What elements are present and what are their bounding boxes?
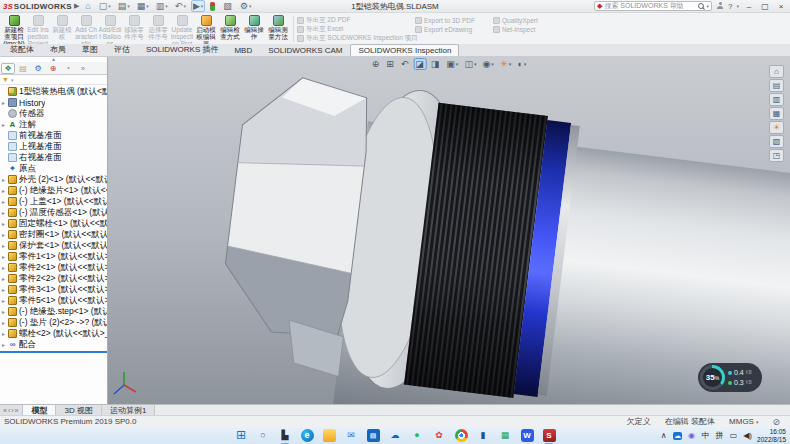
tree-item[interactable]: ▸ ∞ 配合 <box>0 339 107 350</box>
ribbon-button[interactable]: 新建模板 <box>50 14 74 44</box>
search-icon[interactable] <box>698 3 705 10</box>
expand-arrow-icon[interactable]: ▸ <box>1 198 6 205</box>
zoom-fit-icon[interactable]: ⊕ <box>370 58 383 70</box>
export-menu-item[interactable]: 导出至 SOLIDWORKS Inspection 项目 <box>297 34 415 42</box>
command-tab[interactable]: SOLIDWORKS Inspection <box>350 44 459 56</box>
login-person-icon[interactable] <box>716 2 724 10</box>
ribbon-button[interactable]: 移除零件序号 <box>122 14 146 44</box>
mail-icon[interactable]: ✉ <box>344 429 358 443</box>
expand-arrow-icon[interactable]: ▸ <box>1 220 6 227</box>
dropdown-arrow-icon[interactable]: ▾ <box>491 59 494 70</box>
tree-item[interactable]: ▸ 零件2<1> (默认<<默认>_显示状态 <box>0 262 107 273</box>
chrome-icon[interactable] <box>454 429 468 443</box>
expand-arrow-icon[interactable]: ▸ <box>1 308 6 315</box>
command-tab[interactable]: 装配体 <box>2 42 42 56</box>
expand-arrow-icon[interactable]: ▸ <box>1 319 6 326</box>
ribbon-button[interactable]: 选择零件序号 <box>146 14 170 44</box>
rebuild-traffic-icon[interactable] <box>208 1 218 12</box>
tree-item[interactable]: 前视基准面 <box>0 130 107 141</box>
store-icon[interactable]: ▤ <box>366 429 380 443</box>
expand-arrow-icon[interactable]: ▸ <box>1 330 6 337</box>
sheets-app-icon[interactable]: ▦ <box>498 429 512 443</box>
view-tab[interactable]: 模型 <box>23 405 56 415</box>
filter-dropdown-icon[interactable]: ▾ <box>11 77 14 83</box>
view-tab[interactable]: 3D 视图 <box>56 405 101 415</box>
file-explorer-icon[interactable] <box>322 429 336 443</box>
expand-arrow-icon[interactable]: ▸ <box>1 176 6 183</box>
home-icon[interactable]: ⌂ <box>83 0 93 12</box>
search-button[interactable]: ○ <box>256 429 270 443</box>
appearances-scenes-icon[interactable]: ☀ <box>769 121 784 134</box>
edit-appearance-icon[interactable]: ☀ ▾ <box>498 58 514 70</box>
graphics-viewport[interactable]: ⊕ ⊞ ↶ ◪ ◨ ▣ ▾ ◫ <box>108 57 790 404</box>
tree-item[interactable]: ▸ 零件3<1> (默认<<默认>_显示状态 <box>0 284 107 295</box>
tree-item[interactable]: 上视基准面 <box>0 141 107 152</box>
dropdown-arrow-icon[interactable]: ▾ <box>127 1 130 11</box>
undo-icon[interactable]: ↶ ▾ <box>173 0 188 12</box>
dropdown-arrow-icon[interactable]: ▾ <box>201 1 204 11</box>
command-tab[interactable]: 布局 <box>42 42 74 56</box>
system-monitor-badge[interactable]: 35 % 0.4 KB 0.3 KB <box>698 363 762 392</box>
restore-button[interactable]: ▢ <box>759 2 771 11</box>
tree-item[interactable]: 1型铠装热电偶 (默认<默认_显示状态-1> <box>0 86 107 97</box>
section-view-icon[interactable]: ◪ <box>413 58 427 70</box>
tree-item[interactable]: ▸ (-) 垫片 (2)<2> ->? (默认<<默认>_显 <box>0 317 107 328</box>
panel-tabs-overflow[interactable]: » <box>76 63 90 74</box>
edge-icon[interactable]: e <box>300 429 314 443</box>
reader-app-icon[interactable]: ▮ <box>476 429 490 443</box>
tree-item[interactable]: ▸ (-) 绝缘垫片<1> (默认<<默认>_显示状 <box>0 185 107 196</box>
solidworks-app-icon[interactable]: S <box>542 429 556 443</box>
export-menu-item[interactable]: Export eDrawing <box>415 25 493 33</box>
new-document-icon[interactable]: ▢ ▾ <box>97 0 113 12</box>
snip-app-icon[interactable]: ▙ <box>278 429 292 443</box>
expand-arrow-icon[interactable]: ▸ <box>1 253 6 260</box>
volume-tray-icon[interactable]: ◀) <box>743 430 752 442</box>
forum-icon[interactable]: ◳ <box>769 149 784 162</box>
tab-scroll-arrows[interactable]: «‹›» <box>0 405 23 415</box>
rollback-bar[interactable] <box>0 351 107 353</box>
expand-arrow-icon[interactable]: ▸ <box>1 121 6 128</box>
view-orientation-icon[interactable]: ▣ ▾ <box>444 58 460 70</box>
tree-item[interactable]: ▸ 零件5<1> (默认<<默认>_显示状态 <box>0 295 107 306</box>
units-selector[interactable]: MMGS▾ <box>729 417 758 426</box>
ime-mode-indicator[interactable]: 拼 <box>715 430 724 442</box>
tree-item[interactable]: ▸ (-) 绝缘垫.step<1> (默认<<默认>_显 <box>0 306 107 317</box>
command-tab[interactable]: MBD <box>226 44 260 56</box>
quick-tips-icon[interactable]: ⊘ <box>772 417 780 427</box>
ribbon-button[interactable]: 编辑检查方式 <box>218 14 242 44</box>
print-icon[interactable]: ▥ ▾ <box>154 0 170 12</box>
expand-arrow-icon[interactable]: ▸ <box>1 264 6 271</box>
tree-item[interactable]: ▸ 固定螺栓<1> (默认<<默认>_显示状态 <box>0 218 107 229</box>
notes-app-icon[interactable]: ● <box>410 429 424 443</box>
ribbon-button[interactable]: Add Characteristic <box>74 14 98 44</box>
design-library-icon[interactable]: ▤ <box>769 79 784 92</box>
ribbon-button[interactable]: 新建检查项目 (imp:N) <box>2 14 26 44</box>
tree-item[interactable]: ▸ 零件1<1> (默认<<默认>_显示状态 <box>0 251 107 262</box>
minimize-button[interactable]: – <box>743 2 755 11</box>
export-menu-item[interactable]: Net-Inspect <box>493 25 553 33</box>
dimxpertmanager-tab[interactable]: ⊕ <box>46 63 60 74</box>
dropdown-arrow-icon[interactable]: ▾ <box>146 1 149 11</box>
tree-item[interactable]: ▸ (-) 上盖<1> (默认<<默认>_显示状态 <box>0 196 107 207</box>
ribbon-button[interactable]: Add/Edit Balloons <box>98 14 122 44</box>
command-tab[interactable]: SOLIDWORKS 插件 <box>138 42 226 56</box>
ribbon-button[interactable]: 启动模板编辑器 <box>194 14 218 44</box>
tree-item[interactable]: ▸ 外壳 (2)<1> (默认<<默认>_显示状态 <box>0 174 107 185</box>
dropdown-arrow-icon[interactable]: ▾ <box>249 1 252 11</box>
dropdown-arrow-icon[interactable]: ▾ <box>509 59 512 70</box>
tree-item[interactable]: ▸ A 注解 <box>0 119 107 130</box>
solidworks-resources-icon[interactable]: ⌂ <box>769 65 784 78</box>
hide-show-items-icon[interactable]: ◉ ▾ <box>480 58 495 70</box>
view-tab[interactable]: 运动算例1 <box>102 405 155 415</box>
propertymanager-tab[interactable]: ▤ <box>16 63 30 74</box>
options-gear-icon[interactable]: ⚙ ▾ <box>238 0 254 12</box>
help-search-box[interactable]: ◆ 搜索 SOLIDWORKS 帮助 ▾ <box>594 1 712 11</box>
expand-arrow-icon[interactable]: ▸ <box>1 341 6 348</box>
file-explorer-icon[interactable]: ▥ <box>769 93 784 106</box>
export-menu-item[interactable]: Export to 3D PDF <box>415 16 493 24</box>
displaymanager-tab[interactable]: ◔ <box>61 63 75 74</box>
expand-arrow-icon[interactable]: ▸ <box>1 209 6 216</box>
export-menu-item[interactable]: 导出至 Excel <box>297 25 415 33</box>
command-tab[interactable]: SOLIDWORKS CAM <box>260 44 350 56</box>
tray-expand-icon[interactable]: ∧ <box>659 430 668 442</box>
